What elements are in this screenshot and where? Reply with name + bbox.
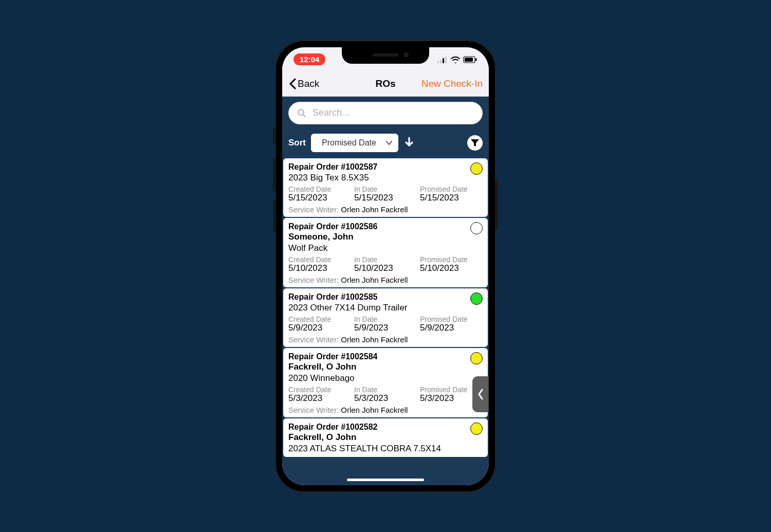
notch	[342, 47, 429, 64]
ro-card[interactable]: Repair Order #1002582Fackrell, O John202…	[283, 418, 488, 457]
date-label: Promised Date	[420, 255, 483, 264]
sort-bar: Sort Promised Date	[282, 130, 489, 157]
date-col-created: Created Date5/10/2023	[288, 255, 351, 273]
sort-select[interactable]: Promised Date	[311, 134, 398, 152]
home-indicator[interactable]	[347, 479, 424, 481]
wifi-icon	[451, 56, 460, 63]
search-icon	[297, 108, 306, 118]
date-value: 5/15/2023	[420, 193, 483, 203]
ro-title: Repair Order #1002582	[288, 423, 483, 432]
ro-unit: Wolf Pack	[288, 243, 483, 253]
navbar: Back ROs New Check-In	[282, 72, 489, 97]
date-value: 5/15/2023	[288, 193, 351, 203]
search-input[interactable]	[313, 107, 474, 118]
svg-rect-5	[465, 58, 473, 62]
date-row: Created Date5/10/2023In Date5/10/2023Pro…	[288, 255, 483, 273]
ro-unit: 2023 Big Tex 8.5X35	[288, 173, 483, 183]
search-box[interactable]	[288, 102, 483, 124]
status-dot	[470, 162, 483, 175]
filter-button[interactable]	[467, 135, 483, 151]
date-label: In Date	[354, 185, 417, 193]
date-col-promised: Promised Date5/9/2023	[420, 315, 483, 333]
date-value: 5/3/2023	[354, 393, 417, 403]
service-writer-row: Service Writer: Orlen John Fackrell	[288, 205, 483, 214]
sort-selected-value: Promised Date	[322, 138, 376, 148]
date-label: Created Date	[288, 315, 351, 323]
service-writer-row: Service Writer: Orlen John Fackrell	[288, 406, 483, 414]
ro-card[interactable]: Repair Order #1002586Someone, JohnWolf P…	[283, 218, 488, 287]
date-value: 5/10/2023	[354, 263, 417, 273]
service-writer-row: Service Writer: Orlen John Fackrell	[288, 335, 483, 344]
date-col-created: Created Date5/9/2023	[288, 315, 351, 333]
arrow-down-icon	[403, 136, 415, 148]
ro-card[interactable]: Repair Order #10025852023 Other 7X14 Dum…	[283, 288, 488, 347]
date-col-created: Created Date5/3/2023	[288, 386, 351, 403]
status-time-pill: 12:04	[293, 53, 325, 65]
date-col-in: In Date5/3/2023	[354, 386, 417, 403]
service-writer-label: Service Writer:	[288, 335, 341, 344]
sort-direction-button[interactable]	[403, 136, 415, 150]
ro-card[interactable]: Repair Order #10025872023 Big Tex 8.5X35…	[283, 158, 488, 217]
date-label: Created Date	[288, 255, 351, 264]
date-label: Created Date	[288, 386, 351, 394]
status-dot	[470, 292, 483, 305]
status-dot	[470, 352, 483, 364]
new-checkin-button[interactable]: New Check-In	[421, 78, 483, 89]
phone-frame: 12:04	[275, 40, 496, 492]
service-writer-value: Orlen John Fackrell	[341, 205, 408, 214]
ro-unit: 2023 Other 7X14 Dump Trailer	[288, 303, 483, 313]
battery-icon	[463, 56, 478, 63]
filter-icon	[470, 138, 480, 148]
date-col-in: In Date5/9/2023	[354, 315, 417, 333]
date-col-promised: Promised Date5/15/2023	[420, 185, 483, 203]
service-writer-row: Service Writer: Orlen John Fackrell	[288, 276, 483, 284]
ro-customer: Fackrell, O John	[288, 362, 483, 372]
back-label: Back	[298, 78, 319, 89]
date-value: 5/15/2023	[354, 193, 417, 203]
svg-rect-2	[443, 58, 444, 63]
date-col-in: In Date5/10/2023	[354, 255, 417, 273]
date-value: 5/10/2023	[420, 263, 483, 273]
svg-rect-6	[475, 58, 477, 61]
date-value: 5/9/2023	[354, 323, 417, 333]
ro-title: Repair Order #1002585	[288, 292, 483, 302]
date-label: In Date	[354, 386, 417, 394]
sort-label: Sort	[288, 138, 306, 148]
date-label: Created Date	[288, 185, 351, 193]
back-button[interactable]: Back	[288, 78, 319, 89]
svg-rect-1	[440, 60, 442, 63]
ro-unit: 2023 ATLAS STEALTH COBRA 7.5X14	[288, 444, 483, 454]
chevron-left-icon	[477, 388, 484, 400]
side-drawer-handle[interactable]	[472, 376, 489, 412]
svg-rect-0	[437, 61, 439, 63]
date-label: Promised Date	[420, 315, 483, 323]
ro-title: Repair Order #1002586	[288, 222, 483, 231]
date-value: 5/3/2023	[288, 393, 351, 403]
service-writer-label: Service Writer:	[288, 276, 341, 284]
service-writer-label: Service Writer:	[288, 205, 341, 214]
date-col-promised: Promised Date5/10/2023	[420, 255, 483, 273]
ro-customer: Someone, John	[288, 232, 483, 242]
service-writer-value: Orlen John Fackrell	[341, 276, 408, 284]
status-icons	[437, 56, 478, 63]
ro-list[interactable]: Repair Order #10025872023 Big Tex 8.5X35…	[282, 157, 489, 485]
ro-title: Repair Order #1002587	[288, 162, 483, 172]
date-label: Promised Date	[420, 185, 483, 193]
date-col-in: In Date5/15/2023	[354, 185, 417, 203]
page-title: ROs	[375, 78, 395, 89]
date-row: Created Date5/3/2023In Date5/3/2023Promi…	[288, 386, 483, 403]
ro-title: Repair Order #1002584	[288, 352, 483, 361]
date-value: 5/9/2023	[288, 323, 351, 333]
date-label: In Date	[354, 255, 417, 264]
date-value: 5/9/2023	[420, 323, 483, 333]
date-value: 5/10/2023	[288, 263, 351, 273]
date-col-created: Created Date5/15/2023	[288, 185, 351, 203]
date-row: Created Date5/9/2023In Date5/9/2023Promi…	[288, 315, 483, 333]
cellular-icon	[437, 56, 448, 63]
chevron-down-icon	[385, 139, 393, 147]
ro-customer: Fackrell, O John	[288, 432, 483, 443]
screen: 12:04	[282, 47, 489, 485]
service-writer-value: Orlen John Fackrell	[341, 335, 408, 344]
ro-card[interactable]: Repair Order #1002584Fackrell, O John202…	[283, 348, 488, 417]
chevron-left-icon	[288, 78, 297, 89]
